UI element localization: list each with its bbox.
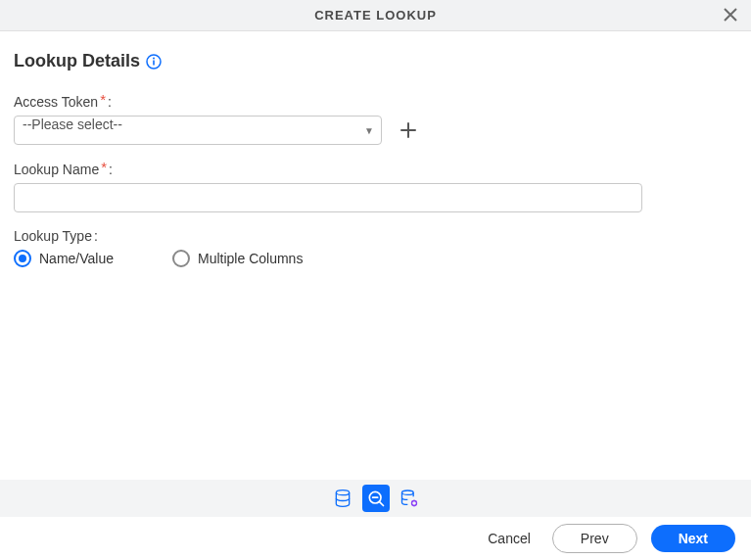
required-asterisk: * bbox=[101, 159, 107, 175]
label-colon: : bbox=[108, 94, 112, 110]
prev-button[interactable]: Prev bbox=[552, 524, 637, 553]
info-icon[interactable] bbox=[146, 54, 162, 70]
svg-point-1 bbox=[153, 57, 155, 59]
access-token-row: --Please select-- ▼ bbox=[14, 116, 737, 145]
radio-name-value[interactable]: Name/Value bbox=[14, 250, 114, 267]
lookup-type-label: Lookup Type : bbox=[14, 228, 737, 244]
wizard-step-bar bbox=[0, 480, 751, 517]
dialog-body: Lookup Details Access Token * : --Please… bbox=[0, 31, 751, 267]
access-token-label-text: Access Token bbox=[14, 94, 98, 110]
add-token-button[interactable] bbox=[396, 117, 421, 143]
close-icon[interactable] bbox=[720, 3, 741, 28]
step-database-icon[interactable] bbox=[329, 485, 356, 512]
section-title-row: Lookup Details bbox=[14, 51, 737, 71]
lookup-name-label: Lookup Name * : bbox=[14, 161, 737, 177]
access-token-select-wrap: --Please select-- ▼ bbox=[14, 116, 382, 145]
footer-buttons: Cancel Prev Next bbox=[0, 517, 751, 560]
step-database-gear-icon[interactable] bbox=[396, 485, 423, 512]
lookup-name-field: Lookup Name * : bbox=[14, 161, 737, 212]
access-token-label: Access Token * : bbox=[14, 93, 737, 110]
svg-rect-2 bbox=[153, 60, 155, 65]
svg-point-5 bbox=[401, 490, 413, 494]
radio-name-value-label: Name/Value bbox=[39, 251, 114, 266]
access-token-field: Access Token * : --Please select-- ▼ bbox=[14, 93, 737, 145]
radio-multiple-columns[interactable]: Multiple Columns bbox=[172, 250, 303, 267]
required-asterisk: * bbox=[100, 91, 106, 108]
label-colon: : bbox=[109, 162, 113, 177]
dialog-footer: Cancel Prev Next bbox=[0, 480, 751, 560]
label-colon: : bbox=[94, 228, 98, 244]
step-search-icon[interactable] bbox=[362, 485, 390, 512]
section-title: Lookup Details bbox=[14, 51, 140, 71]
access-token-select[interactable]: --Please select-- bbox=[14, 116, 382, 145]
dialog-header: CREATE LOOKUP bbox=[0, 0, 751, 31]
lookup-type-radio-group: Name/Value Multiple Columns bbox=[14, 250, 737, 267]
dialog-title: CREATE LOOKUP bbox=[314, 8, 437, 23]
lookup-name-input[interactable] bbox=[14, 183, 642, 212]
lookup-name-label-text: Lookup Name bbox=[14, 162, 99, 177]
radio-icon bbox=[14, 250, 31, 267]
svg-point-3 bbox=[336, 490, 349, 495]
lookup-type-label-text: Lookup Type bbox=[14, 228, 92, 244]
cancel-button[interactable]: Cancel bbox=[480, 525, 539, 552]
lookup-type-field: Lookup Type : Name/Value Multiple Column… bbox=[14, 228, 737, 267]
radio-multiple-columns-label: Multiple Columns bbox=[198, 251, 303, 266]
radio-icon bbox=[172, 250, 190, 267]
next-button[interactable]: Next bbox=[651, 525, 735, 552]
